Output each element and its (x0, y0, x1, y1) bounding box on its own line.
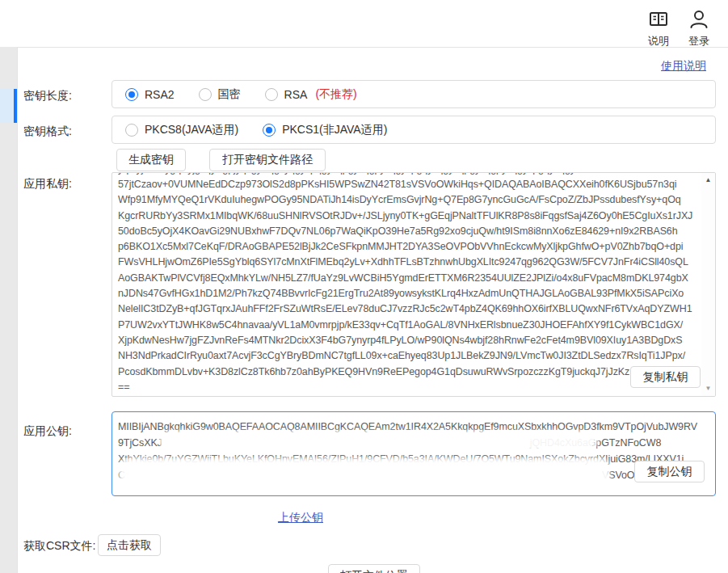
copy-public-key-button[interactable]: 复制公钥 (634, 461, 705, 482)
csr-label: 获取CSR文件: (23, 539, 95, 554)
book-icon (641, 8, 676, 32)
radio-pkcs1-label: PKCS1(非JAVA适用) (282, 123, 387, 137)
public-key-textarea[interactable]: MIIBIjANBgkqhkiG9w0BAQEFAAOCAQ8AMIIBCgKC… (112, 411, 716, 496)
radio-pkcs1[interactable]: PKCS1(非JAVA适用) (263, 123, 387, 137)
private-key-label: 应用私钥: (23, 177, 72, 192)
radio-rsa-icon[interactable] (265, 88, 278, 101)
radio-guomi-icon[interactable] (199, 88, 212, 101)
key-length-label: 密钥长度: (23, 89, 72, 103)
key-length-radio-group: RSA2 国密 RSA (不推荐) (112, 80, 716, 108)
radio-pkcs8-label: PKCS8(JAVA适用) (145, 123, 238, 137)
radio-rsa2-label: RSA2 (145, 88, 175, 101)
open-key-path-button[interactable]: 打开密钥文件路径 (209, 149, 326, 171)
main-panel: 使用说明 密钥长度: RSA2 国密 RSA (不推荐) 密钥格式: PKCS8 (17, 47, 728, 573)
radio-pkcs8-icon[interactable] (125, 124, 138, 137)
left-nav-rail[interactable] (0, 47, 17, 573)
get-csr-button[interactable]: 点击获取 (98, 534, 161, 556)
radio-rsa[interactable]: RSA (不推荐) (265, 87, 357, 102)
upload-public-key-link[interactable]: 上传公钥 (278, 511, 323, 525)
generate-key-button[interactable]: 生成密钥 (116, 149, 186, 171)
radio-rsa-label: RSA (284, 88, 308, 101)
radio-guomi[interactable]: 国密 (199, 87, 241, 102)
radio-pkcs8[interactable]: PKCS8(JAVA适用) (125, 123, 238, 137)
user-icon (681, 8, 717, 32)
private-key-textarea[interactable]: yqGyjAfwJygqPyjgJqyXgpjyqJgyPqgJyqgyJpqg… (112, 172, 716, 397)
not-recommended-warning: (不推荐) (315, 87, 356, 102)
redaction-blur-line2 (162, 434, 595, 448)
key-format-radio-group: PKCS8(JAVA适用) PKCS1(非JAVA适用) (112, 116, 716, 144)
nav-selected-item[interactable] (0, 89, 14, 123)
scroll-down-icon[interactable]: ▼ (701, 383, 715, 394)
radio-guomi-label: 国密 (218, 87, 241, 102)
open-file-location-button[interactable]: 打开文件位置 (328, 564, 420, 573)
usage-instructions-link[interactable]: 使用说明 (661, 59, 706, 74)
private-key-scrollbar[interactable]: ▲ ▼ (701, 173, 715, 396)
radio-pkcs1-icon[interactable] (263, 124, 276, 137)
scroll-up-icon[interactable]: ▲ (701, 175, 715, 186)
key-format-label: 密钥格式: (23, 124, 72, 139)
public-key-label: 应用公钥: (23, 424, 72, 439)
app-window: 说明 登录 使用说明 密钥长度: RSA2 国密 (0, 0, 728, 573)
radio-rsa2-icon[interactable] (125, 88, 138, 101)
private-key-text: yqGyjAfwJygqPyjgJqyXgpjyqJgyPqgJyqgyJpqg… (118, 173, 699, 396)
copy-private-key-button[interactable]: 复制私钥 (630, 366, 701, 388)
radio-rsa2[interactable]: RSA2 (125, 88, 175, 101)
redaction-blur-line3-4 (122, 461, 607, 485)
login-button[interactable]: 登录 (681, 8, 717, 48)
help-button[interactable]: 说明 (641, 8, 676, 48)
